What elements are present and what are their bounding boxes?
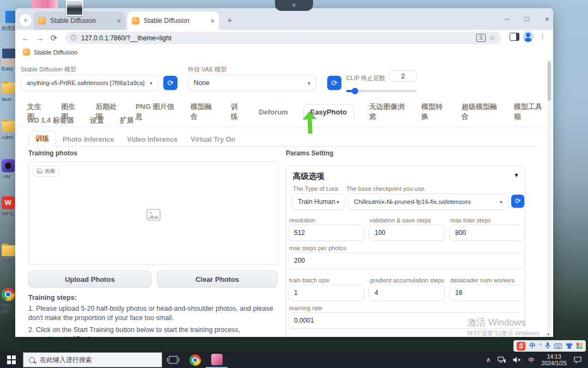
skin-icon[interactable] [566,343,573,349]
tab-search-button[interactable]: ˅ [20,14,32,26]
tab-model-toolkit[interactable]: 模型工具箱 [514,102,544,122]
easyphoto-subtab-bar: 训练 Photo Inference Video Inference Virtu… [28,131,537,147]
minimize-button[interactable]: – [499,15,515,25]
desktop-icon-folder-common[interactable] [2,245,16,256]
subtab-video-inference[interactable]: Video Inference [120,133,184,146]
gallery-tab[interactable]: 画廊 [33,166,59,177]
tab-super-merger[interactable]: 超级模型融合 [462,102,498,122]
tray-chevron-icon[interactable]: ∧ [486,356,491,364]
scroll-down-icon[interactable]: ▾ [547,332,549,337]
page-scrollbar[interactable]: ▾ [547,59,552,337]
volume-muted-icon[interactable] [513,357,521,363]
task-view-button[interactable] [162,352,184,368]
vae-dropdown[interactable]: None ▾ [188,75,316,91]
action-center-icon[interactable] [574,357,581,363]
ime-toolbar[interactable]: S 中 ’ [513,340,586,352]
taskbar-chrome-icon[interactable] [184,352,206,368]
tab-deforum[interactable]: Deforum [259,108,287,116]
max-train-steps-input[interactable]: 800 [449,225,524,241]
clock-time: 14:13 [541,353,567,360]
train-batch-size-input[interactable]: 1 [288,285,364,301]
forward-icon[interactable]: → [33,33,47,43]
desktop-icon-chrome[interactable] [2,288,15,301]
tab-infinite-browser[interactable]: 无边图像浏览 [369,102,406,122]
close-button[interactable]: × [539,15,553,25]
dataloader-num-workers-input[interactable]: 16 [449,285,524,301]
upload-photos-button[interactable]: Upload Photos [28,270,151,288]
start-button[interactable] [0,352,23,368]
desktop-icon-label: Admi [2,134,14,140]
maximize-button[interactable]: □ [519,15,535,25]
network-icon[interactable] [498,357,506,363]
collapse-icon[interactable]: ▼ [513,172,519,178]
site-info-icon[interactable]: ⓘ [71,34,77,42]
close-tab-icon[interactable]: × [117,17,121,25]
desktop-icon-folder-laun[interactable] [2,83,16,94]
tray-ime-indicator[interactable]: 中 [528,356,534,364]
address-bar[interactable]: ⓘ 127.0.0.1:7860/?__theme=light 文 ☆ [65,32,501,44]
subtab-virtual-try-on[interactable]: Virtual Try On [184,133,242,146]
clear-photos-button[interactable]: Clear Photos [157,270,278,288]
lora-type-dropdown[interactable]: Train Human ▾ [292,194,345,210]
bookmark-favicon [23,49,30,56]
subtab-photo-inference[interactable]: Photo Inference [56,133,120,146]
chevron-down-icon: ▾ [500,199,503,205]
refresh-vae-button[interactable]: ⟳ [327,76,341,90]
clip-skip-label: CLIP 终止层数 [346,74,385,82]
kebab-menu-icon[interactable]: ⋮ [539,32,546,40]
tab-extensions[interactable]: 扩展 [120,116,134,125]
training-photos-gallery[interactable]: 画廊 [28,161,279,265]
desktop-icon-am-app[interactable] [2,159,15,172]
desktop-icon-folder-admin[interactable] [2,121,16,132]
gradient-accumulation-steps-input[interactable]: 4 [369,285,445,301]
sd-model-label: Stable Diffusion 模型 [21,65,76,74]
translate-icon[interactable]: 文 [476,34,486,42]
tab-model-convert[interactable]: 模型转换 [421,102,446,122]
taskbar-app-icon[interactable] [206,352,228,368]
search-icon [29,357,35,363]
validation-save-steps-input[interactable]: 100 [369,225,445,241]
taskbar-clock[interactable]: 14:13 2024/1/25 [541,353,567,366]
ime-mode-icon[interactable]: 中 [529,341,536,351]
desktop-icon-wps[interactable]: W [2,196,15,209]
screen-pull-tab[interactable]: ˅ [275,0,313,11]
clip-skip-input[interactable]: 2 [389,70,417,82]
subtab-train[interactable]: 训练 [28,131,56,147]
tab-settings[interactable]: 设置 [90,116,104,125]
desktop-icon-easyphoto[interactable] [2,48,17,65]
refresh-model-button[interactable]: ⟳ [163,76,177,90]
checkpoint-dropdown[interactable]: Chilloutmix-Ni-pruned-fp16-fix.safetenso… [348,194,509,210]
tab-title: Stable Diffusion [144,17,207,25]
new-tab-button[interactable]: + [224,15,235,26]
profile-avatar[interactable] [523,31,534,42]
tab-checkpoint-merger[interactable]: 模型融合 [191,102,215,122]
sd-model-value: anything-v5-PrtRE.safetensors [7f96a1a9c… [27,80,144,86]
sogou-logo[interactable]: S [517,342,525,351]
desktop-icon-label: Easy [2,65,13,71]
tab-png-info[interactable]: PNG 图片信息 [136,102,175,122]
close-tab-icon[interactable]: × [210,17,215,25]
microphone-icon[interactable] [545,342,550,349]
max-steps-per-photos-input[interactable]: 200 [288,252,524,269]
bookmark-item[interactable]: Stable Diffusion [34,49,77,56]
back-icon[interactable]: ← [19,33,33,43]
browser-tab-active[interactable]: Stable Diffusion × [127,11,219,30]
bookmark-star-icon[interactable]: ☆ [489,34,495,42]
scrollbar-thumb[interactable] [548,62,551,101]
desktop-photo-portrait[interactable] [66,0,83,16]
punctuation-icon[interactable]: ’ [540,342,541,350]
resolution-input[interactable]: 512 [288,225,364,241]
taskbar-search[interactable]: 在此键入进行搜索 [23,352,162,367]
refresh-checkpoint-button[interactable]: ⟳ [511,195,524,208]
clip-skip-slider[interactable] [346,88,417,94]
advanced-options-header[interactable]: 高级选项 [293,171,324,182]
reload-icon[interactable]: ⟳ [47,33,61,43]
checkpoint-label: The base checkpoint you use. [346,185,426,192]
keyboard-icon[interactable] [554,343,562,349]
tab-train[interactable]: 训练 [231,102,243,122]
toolbox-grid-icon[interactable] [577,343,583,349]
tab-wd14-tagger[interactable]: WD 1.4 标签器 [27,116,74,125]
sd-model-dropdown[interactable]: anything-v5-PrtRE.safetensors [7f96a1a9c… [21,75,158,91]
side-panel-icon[interactable] [510,33,519,41]
desktop-photo-pink[interactable] [32,0,58,8]
